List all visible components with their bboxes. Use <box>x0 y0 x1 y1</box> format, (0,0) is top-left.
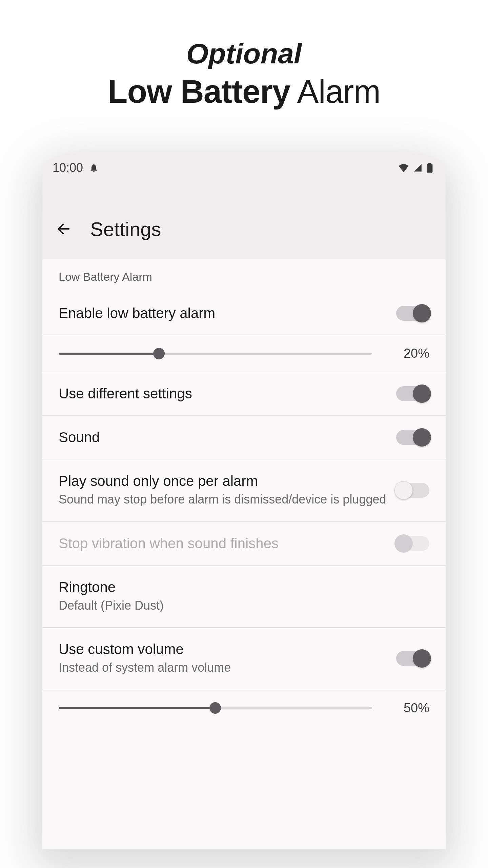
row-different-label: Use different settings <box>59 386 387 402</box>
row-sound-label: Sound <box>59 429 387 446</box>
threshold-value: 20% <box>392 346 429 361</box>
toggle-enable-low-battery[interactable] <box>396 306 429 321</box>
row-use-custom-volume[interactable]: Use custom volume Instead of system alar… <box>42 628 446 690</box>
wifi-icon <box>398 163 409 172</box>
promo-heading: Optional Low Battery Alarm <box>108 37 380 110</box>
back-button[interactable] <box>56 221 72 237</box>
row-play-once-label: Play sound only once per alarm <box>59 473 387 489</box>
toggle-use-custom-volume[interactable] <box>396 651 429 666</box>
row-enable-low-battery[interactable]: Enable low battery alarm <box>42 292 446 335</box>
toggle-play-sound-once[interactable] <box>396 483 429 498</box>
promo-line2: Low Battery Alarm <box>108 73 380 110</box>
toggle-sound[interactable] <box>396 430 429 445</box>
row-custom-volume-label: Use custom volume <box>59 641 387 657</box>
row-stop-vibration-label: Stop vibration when sound finishes <box>59 535 387 552</box>
phone-frame: 10:00 Settings Low Battery Alarm <box>42 154 446 849</box>
row-use-different-settings[interactable]: Use different settings <box>42 372 446 416</box>
row-enable-label: Enable low battery alarm <box>59 305 387 321</box>
row-sound[interactable]: Sound <box>42 416 446 459</box>
row-play-sound-once[interactable]: Play sound only once per alarm Sound may… <box>42 459 446 522</box>
toggle-stop-vibration <box>396 536 429 551</box>
svg-rect-1 <box>428 163 431 164</box>
battery-icon <box>427 163 433 173</box>
status-time: 10:00 <box>53 161 83 175</box>
toggle-use-different-settings[interactable] <box>396 386 429 401</box>
row-threshold-slider: 20% <box>42 335 446 372</box>
cell-signal-icon <box>413 163 423 172</box>
volume-value: 50% <box>392 701 429 715</box>
settings-list: Low Battery Alarm Enable low battery ala… <box>42 259 446 849</box>
row-volume-slider: 50% <box>42 690 446 726</box>
promo-line2-bold: Low Battery <box>108 73 290 110</box>
notification-bell-icon <box>89 163 99 173</box>
app-bar: Settings <box>42 209 446 249</box>
section-header-low-battery: Low Battery Alarm <box>42 259 446 292</box>
row-custom-volume-sub: Instead of system alarm volume <box>59 659 387 676</box>
threshold-slider[interactable] <box>59 348 372 360</box>
row-stop-vibration: Stop vibration when sound finishes <box>42 522 446 566</box>
svg-rect-0 <box>427 164 433 173</box>
row-play-once-sub: Sound may stop before alarm is dismissed… <box>59 491 387 508</box>
status-bar: 10:00 <box>42 154 446 181</box>
page-title: Settings <box>90 218 161 240</box>
promo-line2-rest: Alarm <box>290 73 380 110</box>
promo-line1: Optional <box>108 37 380 70</box>
row-ringtone-value: Default (Pixie Dust) <box>59 597 420 614</box>
row-ringtone-label: Ringtone <box>59 579 420 595</box>
row-ringtone[interactable]: Ringtone Default (Pixie Dust) <box>42 566 446 628</box>
volume-slider[interactable] <box>59 702 372 714</box>
